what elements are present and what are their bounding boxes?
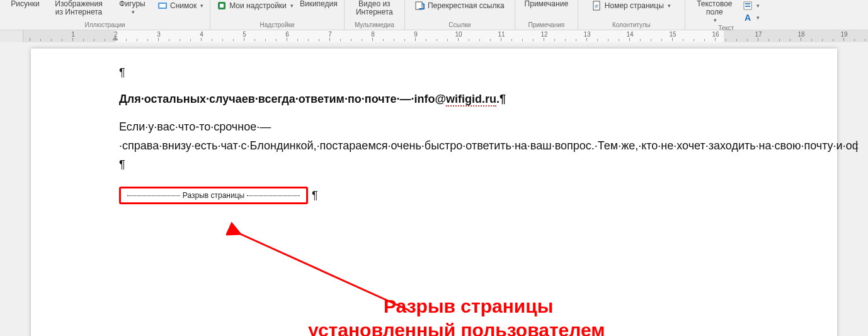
chevron-down-icon: ▾ — [290, 3, 294, 9]
chevron-down-icon: ▾ — [200, 3, 203, 9]
annotation-line1: Разрыв страницы — [308, 294, 605, 318]
group-label-headerfooter: Колонтитулы — [612, 21, 651, 29]
ruler-row: 12345678910111213141516171819 — [0, 30, 868, 43]
drop-cap-icon: A — [743, 13, 753, 23]
vertical-scrollbar[interactable] — [858, 42, 868, 336]
group-label-addins: Надстройки — [260, 21, 295, 29]
spelling-error: wifigid.ru — [446, 93, 496, 107]
group-headerfooter: # Номер страницы ▾ Колонтитулы — [578, 0, 685, 30]
group-label-comments: Примечания — [528, 21, 564, 29]
group-illustrations: Рисунки Изображения из Интернета Фигуры … — [0, 0, 210, 30]
group-media: Видео из Интернета Мультимедиа — [345, 0, 405, 30]
page[interactable]: ¶ Для·остальных·случаев·всегда·ответим·п… — [31, 49, 837, 336]
page-break-highlight-box: Разрыв страницы — [119, 187, 308, 204]
horizontal-ruler[interactable]: 12345678910111213141516171819 — [23, 30, 868, 43]
cross-reference-button[interactable]: Перекрестная ссылка — [413, 0, 507, 11]
online-video-label: Видео из Интернета — [351, 0, 398, 16]
chevron-down-icon: ▾ — [714, 16, 717, 25]
online-pictures-label: Изображения из Интернета — [50, 0, 107, 16]
cross-ref-icon — [415, 1, 425, 11]
drop-cap-button[interactable]: A ▾ — [740, 12, 762, 23]
group-comments: Примечание Примечания — [515, 0, 578, 30]
cross-reference-label: Перекрестная ссылка — [428, 1, 505, 10]
online-pictures-button[interactable]: Изображения из Интернета — [48, 0, 110, 16]
screenshot-label: Снимок — [170, 1, 197, 10]
wikipedia-label: Википедия — [300, 0, 338, 8]
document-body: ¶ Для·остальных·случаев·всегда·ответим·п… — [119, 66, 749, 204]
online-video-button[interactable]: Видео из Интернета — [348, 0, 401, 16]
text-box-label: Текстовое поле — [692, 0, 736, 16]
page-break-dots-right — [247, 195, 300, 196]
page-number-label: Номер страницы — [605, 1, 664, 10]
group-text: Текстовое поле ▾ ▾ A ▾ Текст — [685, 0, 767, 30]
page-number-button[interactable]: # Номер страницы ▾ — [590, 0, 673, 11]
empty-paragraph-mark: ¶ — [119, 66, 749, 79]
shapes-button[interactable]: Фигуры ▾ — [111, 0, 154, 16]
chevron-down-icon: ▾ — [668, 3, 671, 9]
ribbon: Рисунки Изображения из Интернета Фигуры … — [0, 0, 868, 30]
workspace: ¶ Для·остальных·случаев·всегда·ответим·п… — [0, 42, 868, 336]
screenshot-icon — [157, 1, 168, 11]
page-break-label: Разрыв страницы — [183, 191, 244, 200]
group-label-illustrations: Иллюстрации — [85, 21, 125, 29]
svg-text:A: A — [745, 13, 751, 23]
bold-paragraph: Для·остальных·случаев·всегда·ответим·по·… — [119, 91, 749, 107]
group-links: Перекрестная ссылка Ссылки — [405, 0, 515, 30]
body-paragraph: Если·у·вас·что-то·срочное·—·справа·внизу… — [119, 117, 749, 174]
page-break-dots-left — [127, 195, 180, 196]
group-addins: Мои надстройки ▾ Википедия Надстройки — [210, 0, 345, 30]
svg-rect-1 — [159, 4, 166, 8]
annotation-line2: установленный пользователем — [308, 318, 605, 336]
annotation-text: Разрыв страницы установленный пользовате… — [308, 294, 605, 336]
svg-rect-9 — [745, 6, 750, 7]
page-number-icon: # — [592, 1, 602, 11]
chevron-down-icon: ▾ — [757, 3, 760, 9]
chevron-down-icon: ▾ — [757, 14, 760, 21]
addins-icon — [217, 1, 227, 11]
wikipedia-button[interactable]: Википедия — [297, 0, 340, 8]
svg-rect-3 — [220, 4, 224, 8]
page-break-pilcrow: ¶ — [312, 189, 318, 202]
text-box-button[interactable]: Текстовое поле ▾ — [690, 0, 739, 25]
pictures-label: Рисунки — [11, 0, 39, 8]
my-addins-label: Мои надстройки — [229, 1, 287, 10]
svg-text:#: # — [595, 3, 598, 9]
ruler-corner — [0, 30, 23, 43]
my-addins-button[interactable]: Мои надстройки ▾ — [214, 0, 296, 11]
svg-rect-8 — [745, 3, 750, 4]
screenshot-button[interactable]: Снимок ▾ — [155, 0, 206, 11]
comment-button[interactable]: Примечание — [522, 0, 571, 8]
pictures-button[interactable]: Рисунки — [4, 0, 47, 8]
page-break-marker: Разрыв страницы — [125, 191, 302, 200]
group-label-links: Ссылки — [448, 21, 471, 29]
shapes-label: Фигуры — [119, 0, 145, 8]
page-break-row: Разрыв страницы ¶ — [119, 187, 749, 204]
quick-parts-icon — [743, 1, 753, 11]
comment-label: Примечание — [525, 0, 568, 8]
chevron-down-icon: ▾ — [132, 8, 135, 16]
quick-parts-button[interactable]: ▾ — [740, 0, 762, 11]
group-label-media: Мультимедиа — [355, 21, 394, 29]
